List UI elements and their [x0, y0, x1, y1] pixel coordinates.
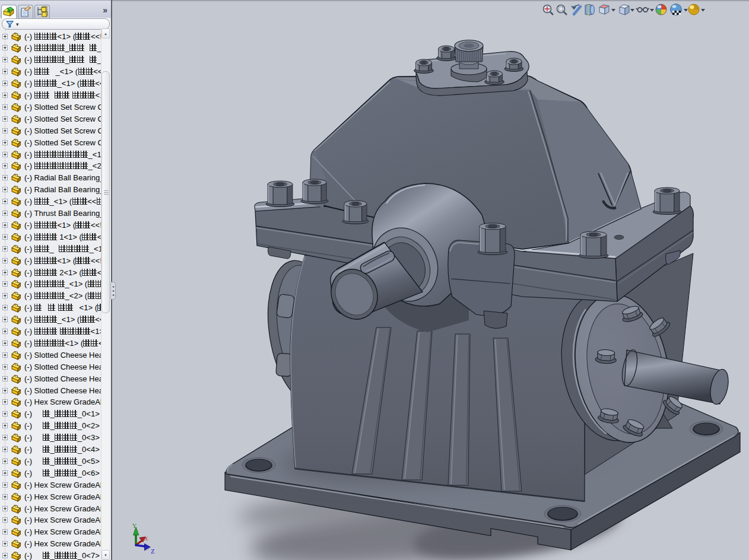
svg-text:Z: Z [151, 548, 155, 555]
svg-text:X: X [144, 536, 148, 542]
svg-text:Y: Y [132, 523, 137, 529]
